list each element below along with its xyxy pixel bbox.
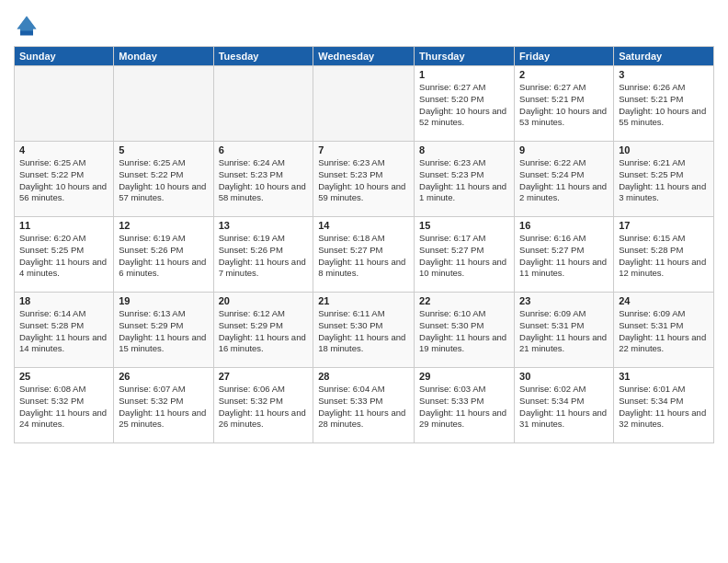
day-cell: 18Sunrise: 6:14 AMSunset: 5:28 PMDayligh… (15, 293, 114, 368)
day-info: Sunrise: 6:13 AMSunset: 5:29 PMDaylight:… (119, 308, 208, 355)
day-cell: 9Sunrise: 6:22 AMSunset: 5:24 PMDaylight… (515, 142, 614, 217)
day-cell: 25Sunrise: 6:08 AMSunset: 5:32 PMDayligh… (15, 368, 114, 443)
day-info: Sunrise: 6:27 AMSunset: 5:21 PMDaylight:… (519, 82, 609, 129)
day-number: 22 (419, 295, 509, 306)
day-info: Sunrise: 6:25 AMSunset: 5:22 PMDaylight:… (19, 157, 108, 204)
day-number: 27 (219, 371, 309, 382)
day-cell: 13Sunrise: 6:19 AMSunset: 5:26 PMDayligh… (213, 217, 313, 293)
day-info: Sunrise: 6:26 AMSunset: 5:21 PMDaylight:… (619, 82, 709, 129)
day-info: Sunrise: 6:15 AMSunset: 5:28 PMDaylight:… (619, 233, 709, 280)
day-number: 16 (519, 220, 609, 231)
day-number: 15 (419, 220, 509, 231)
day-info: Sunrise: 6:23 AMSunset: 5:23 PMDaylight:… (419, 157, 509, 204)
day-cell: 15Sunrise: 6:17 AMSunset: 5:27 PMDayligh… (415, 217, 515, 293)
weekday-tuesday: Tuesday (213, 47, 313, 66)
day-cell: 4Sunrise: 6:25 AMSunset: 5:22 PMDaylight… (15, 142, 114, 217)
day-info: Sunrise: 6:16 AMSunset: 5:27 PMDaylight:… (519, 233, 609, 280)
svg-marker-1 (17, 17, 37, 31)
day-number: 13 (219, 220, 309, 231)
day-cell: 20Sunrise: 6:12 AMSunset: 5:29 PMDayligh… (213, 293, 313, 368)
header (14, 9, 714, 39)
weekday-sunday: Sunday (15, 47, 114, 66)
day-cell: 29Sunrise: 6:03 AMSunset: 5:33 PMDayligh… (415, 368, 515, 443)
day-info: Sunrise: 6:21 AMSunset: 5:25 PMDaylight:… (619, 157, 709, 204)
day-info: Sunrise: 6:12 AMSunset: 5:29 PMDaylight:… (219, 308, 309, 355)
day-info: Sunrise: 6:19 AMSunset: 5:26 PMDaylight:… (219, 233, 309, 280)
day-info: Sunrise: 6:18 AMSunset: 5:27 PMDaylight:… (318, 233, 409, 280)
day-cell: 2Sunrise: 6:27 AMSunset: 5:21 PMDaylight… (515, 66, 614, 142)
day-info: Sunrise: 6:02 AMSunset: 5:34 PMDaylight:… (519, 384, 609, 431)
day-number: 3 (619, 69, 709, 80)
day-cell: 6Sunrise: 6:24 AMSunset: 5:23 PMDaylight… (213, 142, 313, 217)
day-cell (313, 66, 415, 142)
day-number: 17 (619, 220, 709, 231)
day-info: Sunrise: 6:14 AMSunset: 5:28 PMDaylight:… (19, 308, 108, 355)
day-number: 6 (219, 144, 309, 155)
week-row-2: 4Sunrise: 6:25 AMSunset: 5:22 PMDaylight… (15, 142, 714, 217)
day-cell: 19Sunrise: 6:13 AMSunset: 5:29 PMDayligh… (114, 293, 213, 368)
day-info: Sunrise: 6:19 AMSunset: 5:26 PMDaylight:… (119, 233, 208, 280)
day-number: 30 (519, 371, 609, 382)
day-info: Sunrise: 6:27 AMSunset: 5:20 PMDaylight:… (419, 82, 509, 129)
day-number: 2 (519, 69, 609, 80)
day-info: Sunrise: 6:22 AMSunset: 5:24 PMDaylight:… (519, 157, 609, 204)
day-info: Sunrise: 6:04 AMSunset: 5:33 PMDaylight:… (318, 384, 409, 431)
day-cell: 27Sunrise: 6:06 AMSunset: 5:32 PMDayligh… (213, 368, 313, 443)
day-number: 7 (318, 144, 409, 155)
day-cell: 17Sunrise: 6:15 AMSunset: 5:28 PMDayligh… (614, 217, 714, 293)
weekday-friday: Friday (515, 47, 614, 66)
day-cell: 22Sunrise: 6:10 AMSunset: 5:30 PMDayligh… (415, 293, 515, 368)
day-info: Sunrise: 6:20 AMSunset: 5:25 PMDaylight:… (19, 233, 108, 280)
weekday-saturday: Saturday (614, 47, 714, 66)
day-cell (114, 66, 213, 142)
day-info: Sunrise: 6:07 AMSunset: 5:32 PMDaylight:… (119, 384, 208, 431)
day-cell: 28Sunrise: 6:04 AMSunset: 5:33 PMDayligh… (313, 368, 415, 443)
day-cell (15, 66, 114, 142)
day-info: Sunrise: 6:09 AMSunset: 5:31 PMDaylight:… (619, 308, 709, 355)
day-info: Sunrise: 6:11 AMSunset: 5:30 PMDaylight:… (318, 308, 409, 355)
week-row-4: 18Sunrise: 6:14 AMSunset: 5:28 PMDayligh… (15, 293, 714, 368)
day-cell: 31Sunrise: 6:01 AMSunset: 5:34 PMDayligh… (614, 368, 714, 443)
day-cell: 21Sunrise: 6:11 AMSunset: 5:30 PMDayligh… (313, 293, 415, 368)
page: SundayMondayTuesdayWednesdayThursdayFrid… (0, 0, 728, 563)
day-info: Sunrise: 6:17 AMSunset: 5:27 PMDaylight:… (419, 233, 509, 280)
day-number: 21 (318, 295, 409, 306)
day-info: Sunrise: 6:01 AMSunset: 5:34 PMDaylight:… (619, 384, 709, 431)
day-cell: 14Sunrise: 6:18 AMSunset: 5:27 PMDayligh… (313, 217, 415, 293)
day-info: Sunrise: 6:08 AMSunset: 5:32 PMDaylight:… (19, 384, 108, 431)
week-row-3: 11Sunrise: 6:20 AMSunset: 5:25 PMDayligh… (15, 217, 714, 293)
weekday-header-row: SundayMondayTuesdayWednesdayThursdayFrid… (15, 47, 714, 66)
week-row-5: 25Sunrise: 6:08 AMSunset: 5:32 PMDayligh… (15, 368, 714, 443)
day-number: 8 (419, 144, 509, 155)
calendar: SundayMondayTuesdayWednesdayThursdayFrid… (14, 46, 714, 443)
day-cell: 24Sunrise: 6:09 AMSunset: 5:31 PMDayligh… (614, 293, 714, 368)
day-cell: 10Sunrise: 6:21 AMSunset: 5:25 PMDayligh… (614, 142, 714, 217)
day-cell: 30Sunrise: 6:02 AMSunset: 5:34 PMDayligh… (515, 368, 614, 443)
day-number: 23 (519, 295, 609, 306)
day-cell: 7Sunrise: 6:23 AMSunset: 5:23 PMDaylight… (313, 142, 415, 217)
week-row-1: 1Sunrise: 6:27 AMSunset: 5:20 PMDaylight… (15, 66, 714, 142)
day-info: Sunrise: 6:06 AMSunset: 5:32 PMDaylight:… (219, 384, 309, 431)
day-number: 1 (419, 69, 509, 80)
day-cell: 3Sunrise: 6:26 AMSunset: 5:21 PMDaylight… (614, 66, 714, 142)
day-number: 25 (19, 371, 108, 382)
day-number: 14 (318, 220, 409, 231)
day-number: 26 (119, 371, 208, 382)
weekday-monday: Monday (114, 47, 213, 66)
day-number: 12 (119, 220, 208, 231)
day-cell: 23Sunrise: 6:09 AMSunset: 5:31 PMDayligh… (515, 293, 614, 368)
day-cell: 1Sunrise: 6:27 AMSunset: 5:20 PMDaylight… (415, 66, 515, 142)
logo-icon (14, 13, 40, 39)
day-number: 10 (619, 144, 709, 155)
day-number: 29 (419, 371, 509, 382)
day-number: 18 (19, 295, 108, 306)
day-info: Sunrise: 6:10 AMSunset: 5:30 PMDaylight:… (419, 308, 509, 355)
day-number: 31 (619, 371, 709, 382)
day-number: 4 (19, 144, 108, 155)
day-number: 9 (519, 144, 609, 155)
day-number: 19 (119, 295, 208, 306)
day-cell: 12Sunrise: 6:19 AMSunset: 5:26 PMDayligh… (114, 217, 213, 293)
day-cell: 16Sunrise: 6:16 AMSunset: 5:27 PMDayligh… (515, 217, 614, 293)
weekday-wednesday: Wednesday (313, 47, 415, 66)
day-cell: 11Sunrise: 6:20 AMSunset: 5:25 PMDayligh… (15, 217, 114, 293)
